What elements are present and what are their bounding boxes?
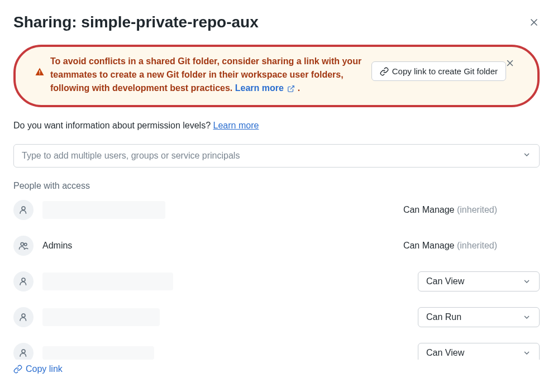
permission-label: Can Manage (inherited) [403, 241, 497, 251]
add-input-placeholder: Type to add multiple users, groups or se… [22, 151, 240, 161]
chevron-down-icon [522, 348, 531, 357]
avatar [13, 343, 34, 360]
link-icon [380, 67, 389, 76]
permission-label: Can Manage (inherited) [403, 205, 497, 215]
svg-point-12 [22, 350, 25, 353]
copy-git-folder-link-button[interactable]: Copy link to create Git folder [371, 61, 506, 81]
svg-line-4 [290, 86, 294, 89]
svg-rect-2 [39, 70, 40, 73]
avatar [13, 200, 34, 220]
redacted-user-name [42, 346, 154, 360]
dialog-title: Sharing: simple-private-repo-aux [13, 13, 259, 31]
copy-link-button[interactable]: Copy link [13, 364, 63, 374]
svg-point-8 [21, 242, 23, 245]
svg-point-7 [22, 207, 25, 210]
chevron-down-icon [522, 277, 531, 286]
access-row: Can Manage (inherited) [13, 200, 540, 220]
avatar [13, 307, 34, 327]
add-principals-input[interactable]: Type to add multiple users, groups or se… [13, 144, 540, 168]
warning-icon [35, 67, 45, 79]
close-icon [528, 17, 540, 28]
person-icon [18, 348, 28, 358]
permission-info-text: Do you want information about permission… [13, 121, 540, 131]
link-icon [13, 365, 22, 374]
svg-point-11 [22, 314, 25, 317]
permission-select[interactable]: Can View [418, 271, 540, 291]
principal-name: Admins [42, 241, 394, 251]
external-link-icon [287, 85, 295, 93]
access-row: Can View [13, 271, 540, 291]
alert-message: To avoid conflicts in a shared Git folde… [50, 55, 366, 95]
avatar [13, 236, 34, 256]
svg-rect-3 [39, 74, 40, 75]
avatar [13, 271, 34, 291]
alert-learn-more-link[interactable]: Learn more [235, 83, 298, 93]
chevron-down-icon [522, 313, 531, 322]
git-share-alert: To avoid conflicts in a shared Git folde… [13, 45, 540, 107]
alert-close-button[interactable] [505, 58, 515, 70]
svg-point-10 [22, 278, 25, 281]
close-dialog-button[interactable] [528, 17, 540, 28]
group-icon [18, 241, 28, 251]
person-icon [18, 205, 28, 215]
redacted-user-name [42, 308, 160, 326]
access-row: Admins Can Manage (inherited) [13, 236, 540, 256]
permission-select[interactable]: Can Run [418, 307, 540, 327]
access-row: Can View [13, 343, 540, 360]
access-row: Can Run [13, 307, 540, 327]
close-icon [505, 58, 515, 68]
redacted-user-name [42, 273, 173, 290]
chevron-down-icon [522, 150, 531, 161]
permission-learn-more-link[interactable]: Learn more [213, 121, 259, 130]
person-icon [18, 276, 28, 286]
people-with-access-label: People with access [13, 181, 540, 191]
svg-point-9 [25, 243, 27, 246]
person-icon [18, 312, 28, 322]
permission-select[interactable]: Can View [418, 343, 540, 360]
redacted-user-name [42, 201, 165, 219]
